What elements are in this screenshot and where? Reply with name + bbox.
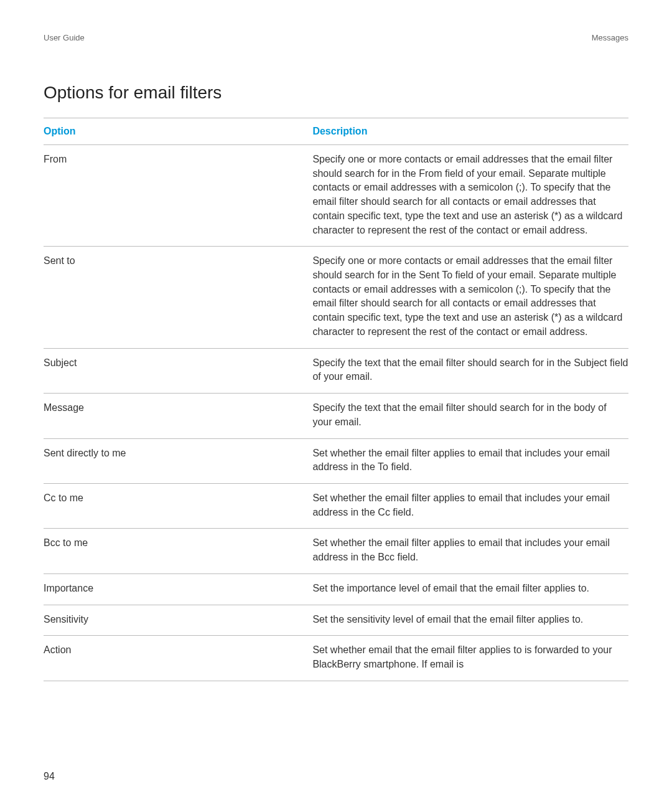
header-description: Description bbox=[312, 118, 628, 145]
table-row: Sent to Specify one or more contacts or … bbox=[44, 247, 628, 348]
option-description: Specify the text that the email filter s… bbox=[312, 394, 628, 438]
page-title: Options for email filters bbox=[44, 83, 628, 103]
option-label: Importance bbox=[44, 573, 312, 605]
table-row: Subject Specify the text that the email … bbox=[44, 348, 628, 393]
option-description: Set whether the email filter applies to … bbox=[312, 438, 628, 483]
option-description: Set the sensitivity level of email that … bbox=[312, 605, 628, 636]
option-label: Subject bbox=[44, 348, 312, 393]
table-row: Sent directly to me Set whether the emai… bbox=[44, 438, 628, 483]
header-right: Messages bbox=[592, 33, 628, 42]
table-header-row: Option Description bbox=[44, 118, 628, 145]
option-description: Specify one or more contacts or email ad… bbox=[312, 145, 628, 247]
table-row: Cc to me Set whether the email filter ap… bbox=[44, 483, 628, 528]
table-body: From Specify one or more contacts or ema… bbox=[44, 145, 628, 681]
page-number: 94 bbox=[44, 771, 55, 782]
table-row: Sensitivity Set the sensitivity level of… bbox=[44, 605, 628, 636]
option-description: Specify one or more contacts or email ad… bbox=[312, 247, 628, 348]
option-description: Set whether the email filter applies to … bbox=[312, 483, 628, 528]
option-label: Sent directly to me bbox=[44, 438, 312, 483]
option-label: Message bbox=[44, 394, 312, 438]
header-option: Option bbox=[44, 118, 312, 145]
table-row: Action Set whether email that the email … bbox=[44, 636, 628, 681]
page-header: User Guide Messages bbox=[44, 33, 628, 42]
option-label: Bcc to me bbox=[44, 529, 312, 573]
option-label: Sent to bbox=[44, 247, 312, 348]
option-description: Set whether the email filter applies to … bbox=[312, 529, 628, 573]
option-label: Cc to me bbox=[44, 483, 312, 528]
option-label: Action bbox=[44, 636, 312, 681]
header-left: User Guide bbox=[44, 33, 85, 42]
table-row: Message Specify the text that the email … bbox=[44, 394, 628, 438]
table-row: From Specify one or more contacts or ema… bbox=[44, 145, 628, 247]
table-row: Importance Set the importance level of e… bbox=[44, 573, 628, 605]
table-row: Bcc to me Set whether the email filter a… bbox=[44, 529, 628, 573]
option-description: Set whether email that the email filter … bbox=[312, 636, 628, 681]
option-description: Specify the text that the email filter s… bbox=[312, 348, 628, 393]
option-description: Set the importance level of email that t… bbox=[312, 573, 628, 605]
option-label: Sensitivity bbox=[44, 605, 312, 636]
option-label: From bbox=[44, 145, 312, 247]
options-table: Option Description From Specify one or m… bbox=[44, 118, 628, 681]
